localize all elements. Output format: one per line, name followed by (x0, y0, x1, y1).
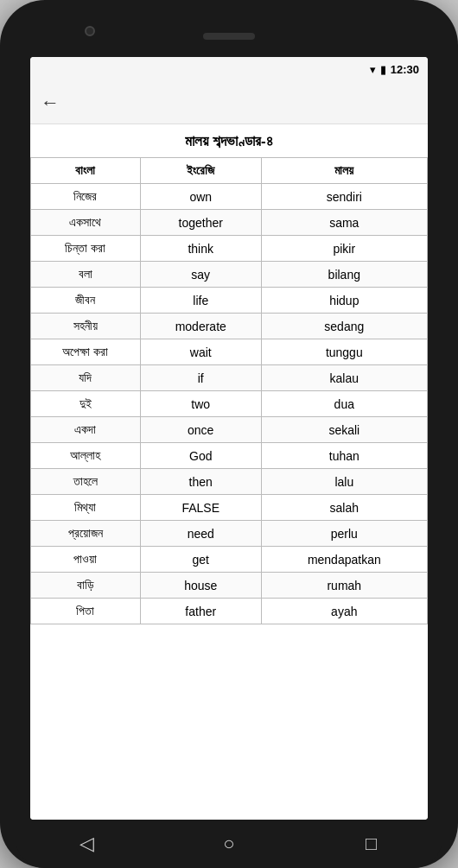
table-cell: think (140, 236, 261, 262)
table-cell: তাহলে (31, 469, 141, 495)
table-cell: tunggu (261, 339, 427, 365)
table-cell: পিতা (31, 599, 141, 624)
table-row: দুইtwodua (31, 391, 428, 417)
nav-bar: ◁ ○ □ (16, 820, 442, 868)
table-cell: tuhan (261, 443, 427, 469)
col-english: ইংরেজি (140, 158, 261, 184)
phone-top-bar (16, 16, 442, 57)
table-cell: যদি (31, 365, 141, 391)
table-row: অপেক্ষা করাwaittunggu (31, 339, 428, 365)
table-cell: together (140, 210, 261, 236)
table-row: নিজেরownsendiri (31, 184, 428, 210)
table-row: প্রয়োজনneedperlu (31, 521, 428, 547)
vocabulary-table: বাংলা ইংরেজি মালয় নিজেরownsendiriএকসাথে… (30, 157, 428, 624)
table-cell: sedang (261, 314, 427, 339)
table-cell: own (140, 184, 261, 210)
page-title: মালয় শব্দভাণ্ডার-৪ (30, 124, 428, 157)
table-cell: pikir (261, 236, 427, 262)
table-cell: bilang (261, 262, 427, 288)
table-cell: sama (261, 210, 427, 236)
speaker (203, 33, 255, 40)
table-cell: পাওয়া (31, 547, 141, 573)
table-cell: সহনীয় (31, 314, 141, 339)
table-row: একদাoncesekali (31, 417, 428, 443)
table-cell: say (140, 262, 261, 288)
table-row: চিন্তা করাthinkpikir (31, 236, 428, 262)
table-row: তাহলেthenlalu (31, 469, 428, 495)
table-row: মিথ্যাFALSEsalah (31, 495, 428, 521)
table-cell: two (140, 391, 261, 417)
table-cell: অপেক্ষা করা (31, 339, 141, 365)
front-camera (85, 26, 95, 36)
back-button[interactable]: ← (41, 92, 60, 114)
table-cell: rumah (261, 573, 427, 599)
status-icons: ▾ ▮ 12:30 (370, 63, 419, 76)
table-cell: perlu (261, 521, 427, 547)
table-cell: house (140, 573, 261, 599)
table-cell: need (140, 521, 261, 547)
col-malay: মালয় (261, 158, 427, 184)
table-cell: mendapatkan (261, 547, 427, 573)
table-cell: get (140, 547, 261, 573)
table-cell: kalau (261, 365, 427, 391)
app-bar: ← (30, 81, 428, 124)
table-cell: salah (261, 495, 427, 521)
table-cell: মিথ্যা (31, 495, 141, 521)
table-header-row: বাংলা ইংরেজি মালয় (31, 158, 428, 184)
table-cell: life (140, 288, 261, 314)
table-cell: ayah (261, 599, 427, 624)
table-cell: sekali (261, 417, 427, 443)
table-cell: জীবন (31, 288, 141, 314)
table-cell: FALSE (140, 495, 261, 521)
phone-frame: ▾ ▮ 12:30 ← মালয় শব্দভাণ্ডার-৪ বাংলা ইং… (0, 0, 458, 868)
table-row: যদিifkalau (31, 365, 428, 391)
table-cell: একদা (31, 417, 141, 443)
table-row: বলাsaybilang (31, 262, 428, 288)
table-row: বাড়িhouserumah (31, 573, 428, 599)
table-row: সহনীয়moderatesedang (31, 314, 428, 339)
col-bangla: বাংলা (31, 158, 141, 184)
table-cell: প্রয়োজন (31, 521, 141, 547)
table-cell: sendiri (261, 184, 427, 210)
table-row: জীবনlifehidup (31, 288, 428, 314)
table-cell: চিন্তা করা (31, 236, 141, 262)
table-row: পাওয়াgetmendapatkan (31, 547, 428, 573)
battery-icon: ▮ (380, 63, 386, 76)
table-cell: wait (140, 339, 261, 365)
table-cell: আল্লাহ (31, 443, 141, 469)
table-cell: বাড়ি (31, 573, 141, 599)
table-cell: নিজের (31, 184, 141, 210)
table-row: আল্লাহGodtuhan (31, 443, 428, 469)
status-bar: ▾ ▮ 12:30 (30, 57, 428, 81)
table-row: একসাথেtogethersama (31, 210, 428, 236)
wifi-icon: ▾ (370, 63, 376, 76)
table-cell: দুই (31, 391, 141, 417)
table-cell: once (140, 417, 261, 443)
table-row: পিতাfatherayah (31, 599, 428, 624)
table-cell: hidup (261, 288, 427, 314)
table-cell: if (140, 365, 261, 391)
content-area[interactable]: মালয় শব্দভাণ্ডার-৪ বাংলা ইংরেজি মালয় ন… (30, 124, 428, 820)
table-cell: lalu (261, 469, 427, 495)
table-cell: then (140, 469, 261, 495)
nav-home-button[interactable]: ○ (207, 827, 251, 861)
table-cell: God (140, 443, 261, 469)
table-cell: moderate (140, 314, 261, 339)
table-cell: dua (261, 391, 427, 417)
table-cell: বলা (31, 262, 141, 288)
table-cell: একসাথে (31, 210, 141, 236)
phone-screen: ▾ ▮ 12:30 ← মালয় শব্দভাণ্ডার-৪ বাংলা ইং… (30, 57, 428, 820)
nav-back-button[interactable]: ◁ (65, 827, 108, 861)
table-cell: father (140, 599, 261, 624)
status-time: 12:30 (391, 63, 419, 76)
nav-recent-button[interactable]: □ (350, 827, 393, 861)
